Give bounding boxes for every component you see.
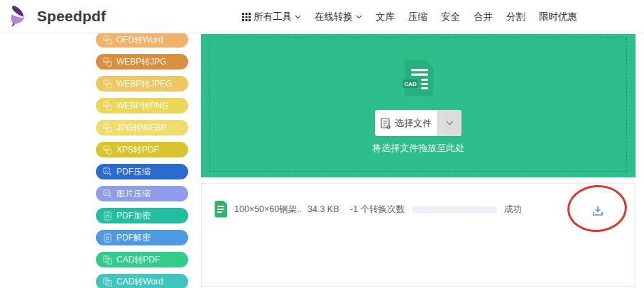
sidebar-item-webp-to-jpeg[interactable]: WEBP转JPEG — [96, 76, 188, 92]
file-size: 34.3 KB — [307, 204, 344, 214]
sidebar-item-jpg-to-webp[interactable]: JPG转WEBP — [96, 120, 188, 135]
speedpdf-logo[interactable]: Speedpdf — [7, 5, 106, 28]
sidebar-item-pdf-decrypt[interactable]: PDF解密 — [96, 230, 188, 245]
sidebar-item-pdf-compress[interactable]: PDF压缩 — [96, 164, 188, 179]
select-file-button[interactable]: 选择文件 — [375, 110, 437, 136]
image-convert-icon — [103, 57, 112, 67]
image-convert-icon — [103, 101, 112, 111]
speedpdf-page: Speedpdf 所有工具 在线转换 文库 压缩 安全 合并 分割 限时优惠 — [0, 0, 644, 288]
sidebar-item-label: PDF解密 — [116, 232, 151, 244]
nav-limited-offer[interactable]: 限时优惠 — [539, 11, 577, 23]
image-convert-icon — [103, 123, 112, 133]
nav-label: 合并 — [474, 11, 493, 23]
lock-icon — [103, 233, 112, 243]
upload-dropzone[interactable]: CAD 选择文件 将选择文件拖放至此处 — [201, 34, 635, 177]
nav-label: 压缩 — [408, 11, 427, 23]
sidebar-item-label: WEBP转PNG — [116, 100, 168, 112]
logo-text: Speedpdf — [37, 8, 106, 25]
image-convert-icon — [103, 35, 112, 45]
progress-bar — [412, 206, 497, 213]
image-convert-icon — [103, 145, 112, 155]
nav-online-convert[interactable]: 在线转换 — [315, 11, 362, 23]
sidebar-item-label: OFD转Word — [116, 34, 163, 46]
sidebar-item-label: PDF加密 — [116, 210, 151, 222]
sidebar-item-cad-to-pdf[interactable]: CAD转PDF — [96, 252, 188, 267]
sidebar-item-image-compress[interactable]: 图片压缩 — [96, 186, 188, 201]
nav-label: 分割 — [506, 11, 525, 23]
sidebar-item-label: 图片压缩 — [116, 188, 151, 200]
chevron-down-icon — [446, 121, 454, 126]
select-file-button-group: 选择文件 — [375, 110, 462, 136]
nav-label: 安全 — [441, 11, 460, 23]
sidebar-item-label: XPS转PDF — [116, 144, 159, 156]
sidebar-item-cad-to-word[interactable]: CAD转Word — [96, 274, 188, 288]
cad-file-type-icon: CAD — [401, 60, 435, 99]
select-file-dropdown[interactable] — [437, 110, 462, 136]
sidebar-item-webp-to-png[interactable]: WEBP转PNG — [96, 98, 188, 113]
sidebar-item-label: CAD转PDF — [116, 254, 160, 266]
top-header: Speedpdf 所有工具 在线转换 文库 压缩 安全 合并 分割 限时优惠 — [0, 0, 644, 33]
sidebar-item-label: JPG转WEBP — [116, 122, 167, 134]
document-add-icon — [381, 118, 391, 129]
tools-sidebar: OFD转Word WEBP转JPG WEBP转JPEG WEBP转PNG JPG… — [96, 32, 188, 288]
download-icon — [591, 204, 604, 217]
nav-all-tools[interactable]: 所有工具 — [242, 11, 301, 23]
nav-label: 文库 — [376, 11, 395, 23]
chevron-down-icon — [295, 15, 301, 19]
status-text: 成功 — [504, 204, 522, 216]
select-file-label: 选择文件 — [395, 117, 432, 130]
nav-label: 所有工具 — [253, 11, 292, 23]
file-name: 100×50×60钢架... — [234, 204, 302, 216]
nav-library[interactable]: 文库 — [376, 11, 395, 23]
sidebar-item-label: WEBP转JPEG — [116, 78, 173, 90]
nav-split[interactable]: 分割 — [506, 11, 525, 23]
nav-compress[interactable]: 压缩 — [408, 11, 427, 23]
download-button[interactable] — [591, 204, 604, 217]
conversion-result-panel: 100×50×60钢架... 34.3 KB -1 个转换次数 成功 — [201, 183, 635, 287]
image-convert-icon — [103, 79, 112, 89]
nav-label: 限时优惠 — [539, 11, 577, 23]
conversions-left: -1 个转换次数 — [350, 204, 408, 216]
grid-icon — [242, 13, 251, 21]
compress-icon — [103, 189, 112, 199]
svg-text:CAD: CAD — [404, 81, 417, 87]
chevron-down-icon — [356, 15, 362, 19]
lock-icon — [103, 211, 112, 221]
nav-merge[interactable]: 合并 — [474, 11, 493, 23]
doc-convert-icon — [103, 255, 112, 265]
sidebar-item-xps-to-pdf[interactable]: XPS转PDF — [96, 142, 188, 157]
sidebar-item-ofd-to-word[interactable]: OFD转Word — [96, 32, 188, 48]
sidebar-item-label: CAD转Word — [116, 276, 163, 288]
doc-convert-icon — [103, 277, 112, 287]
butterfly-logo-icon — [7, 5, 31, 28]
drop-hint-text: 将选择文件拖放至此处 — [372, 142, 464, 155]
green-file-icon — [214, 200, 228, 218]
file-result-row: 100×50×60钢架... 34.3 KB -1 个转换次数 成功 — [202, 198, 635, 221]
main-nav: 所有工具 在线转换 文库 压缩 安全 合并 分割 限时优惠 — [242, 0, 577, 33]
compress-icon — [103, 167, 112, 177]
sidebar-item-pdf-encrypt[interactable]: PDF加密 — [96, 208, 188, 223]
nav-label: 在线转换 — [315, 11, 353, 23]
sidebar-item-webp-to-jpg[interactable]: WEBP转JPG — [96, 54, 188, 70]
nav-security[interactable]: 安全 — [441, 11, 460, 23]
sidebar-item-label: WEBP转JPG — [116, 56, 167, 68]
sidebar-item-label: PDF压缩 — [116, 166, 151, 178]
